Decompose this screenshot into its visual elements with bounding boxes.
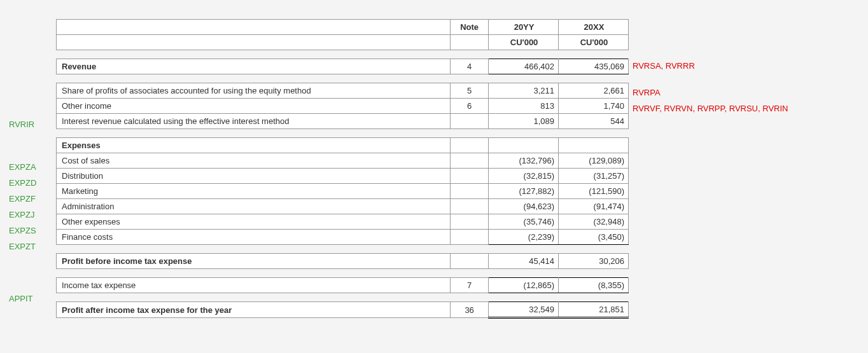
yy-marketing: (127,882)	[489, 184, 559, 199]
yy-cost-sales: (132,796)	[489, 153, 559, 169]
xx-share: 2,661	[559, 83, 629, 99]
right-tag-revenue: RVRSA, RVRRR	[633, 61, 695, 71]
xx-other-exp: (32,948)	[559, 214, 629, 230]
xx-interest-rev: 544	[559, 114, 629, 129]
row-other-exp: Other expenses (35,746) (32,948)	[57, 214, 629, 230]
xx-cost-sales: (129,089)	[559, 153, 629, 169]
note-interest-rev	[451, 114, 489, 129]
xx-marketing: (121,590)	[559, 184, 629, 199]
xx-pat: 21,851	[559, 302, 629, 318]
right-tag-share: RVRPA	[633, 88, 661, 97]
yy-revenue: 466,402	[489, 59, 559, 74]
row-finance: Finance costs (2,239) (3,450)	[57, 230, 629, 245]
yy-tax: (12,865)	[489, 278, 559, 293]
note-share: 5	[451, 83, 489, 99]
row-pbt: Profit before income tax expense 45,414 …	[57, 254, 629, 269]
income-statement-table: Note 20YY 20XX CU'000 CU'000 Revenue 4 4…	[56, 19, 629, 319]
note-pat: 36	[451, 302, 489, 318]
row-share: Share of profits of associates accounted…	[57, 83, 629, 99]
label-finance: Finance costs	[57, 230, 451, 245]
right-tag-other: RVRVF, RVRVN, RVRPP, RVRSU, RVRIN	[633, 104, 788, 113]
left-tag-expzj: EXPZJ	[9, 210, 55, 219]
xx-pbt: 30,206	[559, 254, 629, 269]
header-row-1: Note 20YY 20XX	[57, 20, 629, 35]
label-share: Share of profits of associates accounted…	[57, 83, 451, 99]
row-marketing: Marketing (127,882) (121,590)	[57, 184, 629, 199]
left-tag-expzt: EXPZT	[9, 242, 55, 251]
xx-distribution: (31,257)	[559, 169, 629, 184]
yy-other-exp: (35,746)	[489, 214, 559, 230]
yy-pat: 32,549	[489, 302, 559, 318]
label-admin: Administration	[57, 199, 451, 214]
left-tag-expzf: EXPZF	[9, 194, 55, 204]
yy-finance: (2,239)	[489, 230, 559, 245]
col-unit-xx: CU'000	[559, 35, 629, 50]
label-pat: Profit after income tax expense for the …	[57, 302, 451, 318]
income-statement-sheet: RVRIR EXPZA EXPZD EXPZF EXPZJ EXPZS EXPZ…	[0, 19, 868, 319]
note-other-income: 6	[451, 99, 489, 114]
yy-other-income: 813	[489, 99, 559, 114]
label-other-exp: Other expenses	[57, 214, 451, 230]
note-revenue: 4	[451, 59, 489, 74]
label-distribution: Distribution	[57, 169, 451, 184]
label-cost-sales: Cost of sales	[57, 153, 451, 169]
row-admin: Administration (94,623) (91,474)	[57, 199, 629, 214]
row-revenue: Revenue 4 466,402 435,069	[57, 59, 629, 74]
label-marketing: Marketing	[57, 184, 451, 199]
xx-revenue: 435,069	[559, 59, 629, 74]
row-distribution: Distribution (32,815) (31,257)	[57, 169, 629, 184]
yy-distribution: (32,815)	[489, 169, 559, 184]
label-tax: Income tax expense	[57, 278, 451, 293]
yy-share: 3,211	[489, 83, 559, 99]
row-tax: Income tax expense 7 (12,865) (8,355)	[57, 278, 629, 293]
yy-interest-rev: 1,089	[489, 114, 559, 129]
label-other-income: Other income	[57, 99, 451, 114]
left-tag-rvrir: RVRIR	[9, 120, 55, 129]
col-header-xx: 20XX	[559, 20, 629, 35]
col-header-yy: 20YY	[489, 20, 559, 35]
row-other-income: Other income 6 813 1,740	[57, 99, 629, 114]
left-tag-appit: APPIT	[9, 294, 55, 303]
row-interest-rev: Interest revenue calculated using the ef…	[57, 114, 629, 129]
label-interest-rev: Interest revenue calculated using the ef…	[57, 114, 451, 129]
label-expenses: Expenses	[57, 138, 451, 153]
label-pbt: Profit before income tax expense	[57, 254, 451, 269]
row-cost-sales: Cost of sales (132,796) (129,089)	[57, 153, 629, 169]
note-tax: 7	[451, 278, 489, 293]
left-tag-expza: EXPZA	[9, 162, 55, 172]
xx-tax: (8,355)	[559, 278, 629, 293]
row-pat: Profit after income tax expense for the …	[57, 302, 629, 318]
xx-admin: (91,474)	[559, 199, 629, 214]
col-unit-yy: CU'000	[489, 35, 559, 50]
yy-pbt: 45,414	[489, 254, 559, 269]
left-tag-expzd: EXPZD	[9, 178, 55, 188]
yy-admin: (94,623)	[489, 199, 559, 214]
row-expenses-header: Expenses	[57, 138, 629, 153]
xx-other-income: 1,740	[559, 99, 629, 114]
xx-finance: (3,450)	[559, 230, 629, 245]
header-row-2: CU'000 CU'000	[57, 35, 629, 50]
left-tag-expzs: EXPZS	[9, 226, 55, 235]
label-revenue: Revenue	[57, 59, 451, 74]
col-header-note: Note	[451, 20, 489, 35]
